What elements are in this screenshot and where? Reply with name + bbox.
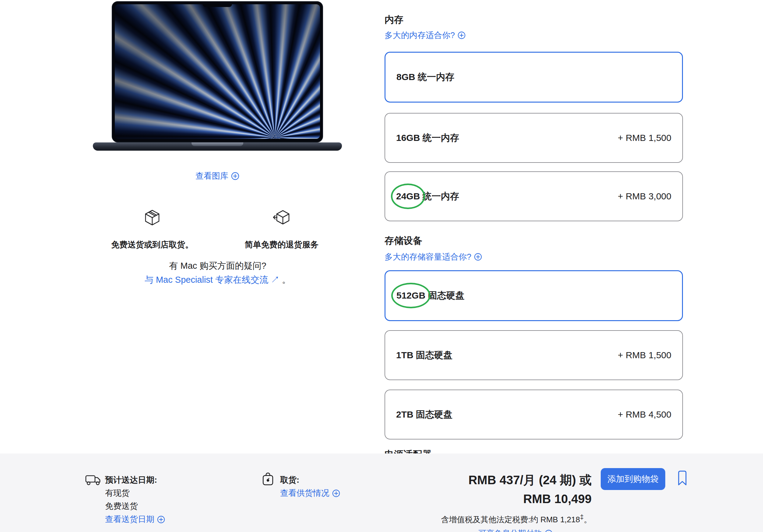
- option-size: 2TB: [396, 409, 413, 419]
- tax-footnote-marker: ‡: [580, 513, 584, 521]
- price-monthly: RMB 437/月 (24 期) 或: [441, 471, 592, 489]
- package-box-icon: [91, 209, 213, 228]
- gallery-link-row: 查看图库: [93, 170, 342, 181]
- option-size: 8GB: [396, 72, 415, 82]
- pickup-title: 取货:: [280, 474, 340, 487]
- option-price: + RMB 4,500: [618, 409, 671, 420]
- memory-help-link[interactable]: 多大的内存适合你?: [384, 30, 466, 41]
- storage-option-512gb[interactable]: 512GB 固态硬盘: [384, 270, 683, 321]
- option-label: 统一内存: [415, 72, 454, 82]
- mac-specialist-link[interactable]: 与 Mac Specialist 专家在线交流 ↗: [145, 275, 279, 285]
- macbook-notch: [203, 2, 232, 7]
- macbook-base-groove: [191, 142, 243, 146]
- storage-option-2tb[interactable]: 2TB 固态硬盘 + RMB 4,500: [384, 390, 683, 439]
- pickup-availability-link[interactable]: 查看供货情况: [280, 487, 340, 500]
- pickup-info: 取货: 查看供货情况: [280, 474, 340, 500]
- view-gallery-label: 查看图库: [195, 170, 228, 181]
- feature-free-returns: 简单免费的退货服务: [221, 209, 343, 250]
- storage-option-1tb[interactable]: 1TB 固态硬盘 + RMB 1,500: [384, 330, 683, 380]
- option-label: 固态硬盘: [425, 290, 464, 301]
- add-to-bag-button[interactable]: 添加到购物袋: [601, 468, 665, 490]
- installment-label: 可享免息分期付款: [479, 528, 542, 532]
- option-label: 统一内存: [420, 133, 459, 143]
- option-label: 固态硬盘: [413, 409, 452, 419]
- mac-question-text: 有 Mac 购买方面的疑问?: [93, 259, 343, 273]
- apple-bag-icon: [263, 472, 273, 487]
- delivery-truck-icon: [85, 474, 101, 487]
- memory-option-8gb[interactable]: 8GB 统一内存: [384, 52, 683, 103]
- macbook-screen: [112, 1, 323, 142]
- installment-row: 可享免息分期付款: [439, 528, 592, 532]
- option-size: 24GB: [396, 191, 420, 201]
- feature-free-delivery: 免费送货或到店取货。: [91, 209, 213, 250]
- return-box-icon: [221, 209, 343, 228]
- option-size: 16GB: [396, 133, 420, 143]
- delivery-title: 预计送达日期:: [105, 474, 165, 487]
- checkout-bar: 预计送达日期: 有现货 免费送货 查看送货日期 取货: 查看供货情况 RMB 4…: [0, 454, 763, 532]
- product-configuration-page: 查看图库 免费送货或到店取货。 简单免费的退货服务 有 Mac 购买方面的疑问?…: [0, 0, 763, 532]
- option-price: + RMB 3,000: [618, 191, 671, 202]
- memory-option-16gb[interactable]: 16GB 统一内存 + RMB 1,500: [384, 113, 683, 163]
- plus-circle-icon: [157, 516, 165, 523]
- price-total: RMB 10,499: [441, 489, 592, 508]
- pickup-availability-label: 查看供货情况: [280, 487, 329, 500]
- option-price: + RMB 1,500: [618, 350, 671, 360]
- product-image: [93, 1, 342, 153]
- macbook-base: [93, 142, 342, 151]
- favorite-button[interactable]: [675, 470, 689, 488]
- installment-link[interactable]: 可享免息分期付款: [479, 528, 553, 532]
- view-gallery-link[interactable]: 查看图库: [195, 170, 239, 181]
- memory-option-24gb[interactable]: 24GB 统一内存 + RMB 3,000: [384, 171, 683, 221]
- option-label: 统一内存: [420, 191, 459, 201]
- delivery-date-label: 查看送货日期: [105, 513, 155, 526]
- storage-section-heading: 存储设备: [384, 234, 422, 247]
- delivery-date-link[interactable]: 查看送货日期: [105, 513, 165, 526]
- tax-note: 含增值税及其他法定税费:约 RMB 1,218‡。: [441, 513, 592, 525]
- bookmark-icon: [677, 470, 688, 487]
- storage-help-label: 多大的存储容量适合你?: [384, 251, 471, 262]
- memory-help-row: 多大的内存适合你?: [384, 30, 466, 41]
- storage-help-row: 多大的存储容量适合你?: [384, 251, 482, 262]
- mac-question-block: 有 Mac 购买方面的疑问? 与 Mac Specialist 专家在线交流 ↗…: [93, 259, 343, 287]
- plus-circle-icon: [458, 31, 466, 39]
- feature-label: 简单免费的退货服务: [221, 239, 343, 250]
- option-price: + RMB 1,500: [618, 133, 671, 143]
- stock-status: 有现货: [105, 487, 165, 500]
- option-size-annotated: 512GB: [396, 290, 425, 301]
- delivery-info: 预计送达日期: 有现货 免费送货 查看送货日期: [105, 474, 165, 526]
- plus-circle-icon: [474, 253, 482, 261]
- price-summary: RMB 437/月 (24 期) 或 RMB 10,499 含增值税及其他法定税…: [441, 471, 592, 525]
- memory-section-heading: 内存: [384, 13, 403, 26]
- option-size: 512GB: [396, 290, 425, 301]
- option-size-annotated: 24GB: [396, 191, 420, 202]
- memory-help-label: 多大的内存适合你?: [384, 30, 455, 41]
- shipping-status: 免费送货: [105, 500, 165, 513]
- info-circle-icon: [545, 530, 553, 532]
- option-size: 1TB: [396, 350, 413, 360]
- macbook-wallpaper: [115, 4, 320, 139]
- mac-specialist-suffix: 。: [282, 275, 291, 285]
- feature-label: 免费送货或到店取货。: [91, 239, 213, 250]
- plus-circle-icon: [332, 489, 340, 497]
- plus-circle-icon: [231, 172, 239, 180]
- option-label: 固态硬盘: [413, 350, 452, 360]
- storage-help-link[interactable]: 多大的存储容量适合你?: [384, 251, 482, 262]
